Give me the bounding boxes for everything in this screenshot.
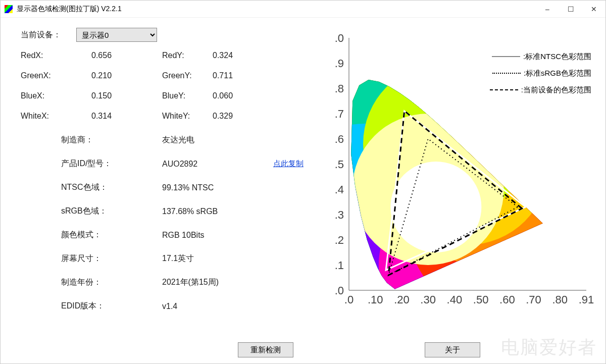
svg-text:.80: .80 <box>552 293 568 306</box>
whitex-value: 0.314 <box>91 112 162 121</box>
cie-chart: .0.1.2.3.4.5.6.7.8.9.0.0.10.20.30.40.50.… <box>324 28 596 310</box>
greenx-value: 0.210 <box>91 71 162 80</box>
legend-line-dotted-icon <box>492 73 521 74</box>
bluex-value: 0.150 <box>91 91 162 100</box>
size-label: 屏幕尺寸： <box>61 253 162 264</box>
right-panel: .0.1.2.3.4.5.6.7.8.9.0.0.10.20.30.40.50.… <box>324 28 596 338</box>
content-area: 当前设备： 显示器0 RedX: 0.656 RedY: 0.324 Green… <box>1 18 605 363</box>
svg-text:.9: .9 <box>335 57 344 70</box>
window-controls: – ☐ ✕ <box>536 1 605 18</box>
whitey-label: WhiteY: <box>162 112 213 121</box>
greeny-value: 0.711 <box>213 71 283 80</box>
app-window: 显示器色域检测(图拉丁版) V2.2.1 – ☐ ✕ 当前设备： 显示器0 Re… <box>0 0 606 364</box>
redetect-button[interactable]: 重新检测 <box>238 342 293 357</box>
bluex-label: BlueX: <box>21 91 91 100</box>
srgb-value: 137.68% sRGB <box>162 207 273 216</box>
colormode-label: 颜色模式： <box>61 230 162 240</box>
svg-text:.50: .50 <box>473 293 489 306</box>
svg-text:.5: .5 <box>335 158 344 171</box>
svg-text:.91: .91 <box>579 293 594 306</box>
svg-text:.70: .70 <box>526 293 541 306</box>
legend-srgb-text: :标准sRGB色彩范围 <box>524 65 591 81</box>
svg-text:.6: .6 <box>335 133 344 145</box>
edid-label: EDID版本： <box>61 301 162 311</box>
redy-label: RedY: <box>162 51 213 60</box>
legend-srgb: :标准sRGB色彩范围 <box>490 65 591 81</box>
svg-text:.1: .1 <box>335 259 344 272</box>
svg-text:.20: .20 <box>394 293 410 306</box>
info-grid: 制造商： 友达光电 产品ID/型号： AUO2892 点此复制 NTSC色域： … <box>61 135 324 311</box>
greeny-label: GreenY: <box>162 71 213 80</box>
edid-value: v1.4 <box>162 302 273 311</box>
copy-link[interactable]: 点此复制 <box>273 159 324 169</box>
product-value: AUO2892 <box>162 160 273 169</box>
about-button[interactable]: 关于 <box>425 342 480 357</box>
svg-text:.4: .4 <box>335 183 344 196</box>
left-panel: 当前设备： 显示器0 RedX: 0.656 RedY: 0.324 Green… <box>21 28 324 338</box>
chromaticity-grid: RedX: 0.656 RedY: 0.324 GreenX: 0.210 Gr… <box>21 51 324 121</box>
redx-label: RedX: <box>21 51 91 60</box>
svg-point-37 <box>390 162 481 252</box>
titlebar: 显示器色域检测(图拉丁版) V2.2.1 – ☐ ✕ <box>1 1 605 18</box>
svg-text:.3: .3 <box>335 209 344 221</box>
colormode-value: RGB 10Bits <box>162 231 273 240</box>
ntsc-label: NTSC色域： <box>61 182 162 193</box>
greenx-label: GreenX: <box>21 71 91 80</box>
svg-text:.40: .40 <box>447 293 463 306</box>
manufacturer-label: 制造商： <box>61 135 162 145</box>
svg-text:.10: .10 <box>368 293 383 306</box>
bluey-value: 0.060 <box>213 91 283 100</box>
device-label: 当前设备： <box>21 30 76 40</box>
app-icon <box>5 5 13 13</box>
legend: :标准NTSC色彩范围 :标准sRGB色彩范围 :当前设备的色彩范围 <box>489 46 592 100</box>
legend-ntsc: :标准NTSC色彩范围 <box>490 48 591 65</box>
legend-device-text: :当前设备的色彩范围 <box>521 81 591 98</box>
svg-text:.2: .2 <box>335 234 344 246</box>
mfgdate-label: 制造年份： <box>61 277 162 288</box>
manufacturer-value: 友达光电 <box>162 135 273 145</box>
svg-text:.30: .30 <box>420 293 436 306</box>
close-button[interactable]: ✕ <box>582 1 605 18</box>
device-select[interactable]: 显示器0 <box>76 28 157 42</box>
mfgdate-value: 2021年(第15周) <box>162 277 273 288</box>
svg-text:.0: .0 <box>344 293 354 306</box>
svg-text:.7: .7 <box>335 108 344 120</box>
bluey-label: BlueY: <box>162 91 213 100</box>
redy-value: 0.324 <box>213 51 283 60</box>
svg-text:.0: .0 <box>335 284 344 297</box>
srgb-label: sRGB色域： <box>61 206 162 217</box>
minimize-button[interactable]: – <box>536 1 559 18</box>
ntsc-value: 99.13% NTSC <box>162 183 273 192</box>
maximize-button[interactable]: ☐ <box>559 1 582 18</box>
legend-ntsc-text: :标准NTSC色彩范围 <box>523 48 591 65</box>
svg-text:.8: .8 <box>335 82 344 95</box>
buttons-row: 重新检测 关于 <box>21 342 596 357</box>
redx-value: 0.656 <box>91 51 162 60</box>
whitey-value: 0.329 <box>213 112 283 121</box>
device-row: 当前设备： 显示器0 <box>21 28 324 42</box>
whitex-label: WhiteX: <box>21 112 91 121</box>
product-label: 产品ID/型号： <box>61 159 162 169</box>
svg-text:.60: .60 <box>499 293 515 306</box>
legend-line-dashed-icon <box>490 89 518 90</box>
legend-line-solid-icon <box>492 56 520 57</box>
svg-text:.0: .0 <box>335 32 344 44</box>
window-title: 显示器色域检测(图拉丁版) V2.2.1 <box>17 5 122 14</box>
size-value: 17.1英寸 <box>162 253 273 264</box>
legend-device: :当前设备的色彩范围 <box>490 81 591 98</box>
